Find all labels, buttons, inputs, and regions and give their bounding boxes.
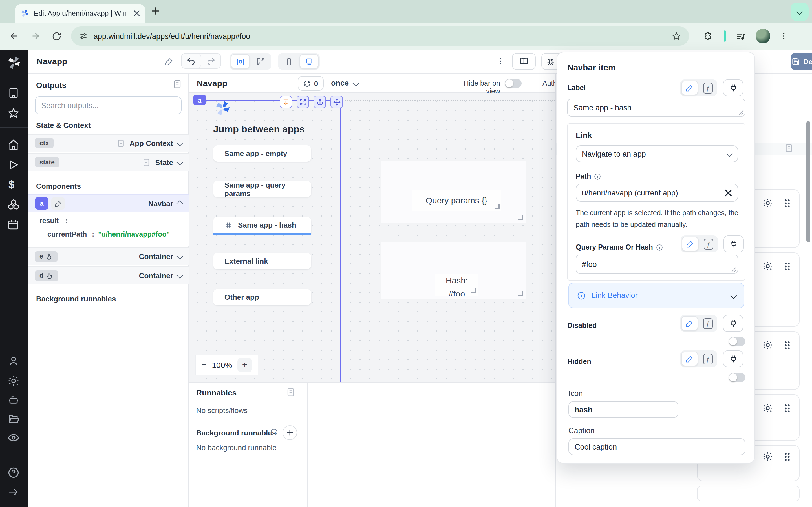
site-settings-icon[interactable] [79,32,88,41]
drag-grip-icon[interactable] [783,261,791,271]
connect-plug-button[interactable] [723,79,743,96]
item-settings-gear-icon[interactable] [762,451,773,462]
fullscreen-handle[interactable] [297,96,309,108]
scrollbar-thumb[interactable] [806,121,810,242]
user-icon[interactable] [7,355,20,367]
empty-row[interactable] [697,486,800,501]
disabled-toggle[interactable] [728,337,746,346]
nav-item-external-link[interactable]: External link [213,253,311,269]
new-tab-button[interactable] [151,7,160,15]
url-text[interactable]: app.windmill.dev/apps/edit/u/henri/navap… [94,32,672,40]
static-pencil-toggle[interactable] [681,316,698,331]
clear-x-icon[interactable] [725,189,732,196]
caption-input[interactable]: Cool caption [568,438,746,455]
ctx-badge[interactable]: ctx [35,138,53,148]
link-kind-select[interactable]: Navigate to an app [576,145,738,162]
output-row-state[interactable]: state State [28,153,189,171]
connect-plug-button[interactable] [723,315,743,332]
result-key[interactable]: result [40,217,59,225]
info-icon[interactable] [656,244,663,251]
link-behavior-toggle[interactable]: Link Behavior [568,283,744,308]
connect-plug-button[interactable] [723,235,744,252]
runnables-doc-icon[interactable] [286,388,296,397]
function-toggle[interactable]: f [699,316,716,331]
url-bar[interactable]: app.windmill.dev/apps/edit/u/henri/navap… [71,26,689,46]
current-path-value[interactable]: "u/henri/navapp#foo" [98,230,170,238]
outputs-doc-icon[interactable] [172,79,182,89]
redo-button[interactable] [201,54,220,68]
docs-book-button[interactable] [512,53,536,70]
bookmark-star-icon[interactable] [672,31,681,41]
resize-corner[interactable] [518,291,523,296]
component-row-navbar[interactable]: a Navbar [28,194,189,212]
add-background-runnable-button[interactable] [283,425,297,440]
expand-down-handle[interactable] [280,96,292,108]
schedules-calendar-icon[interactable] [7,219,19,230]
qph-input[interactable]: #foo [576,255,738,274]
textarea-resize-icon[interactable] [739,110,744,115]
workers-robot-icon[interactable] [7,394,20,406]
item-settings-gear-icon[interactable] [762,198,773,209]
textarea-resize-icon[interactable] [731,267,737,272]
label-input[interactable]: Same app - hash [567,99,746,117]
runs-play-icon[interactable] [7,159,19,171]
drag-grip-icon[interactable] [783,198,791,208]
output-row-ctx[interactable]: ctx App Context [28,134,189,152]
resize-corner[interactable] [471,288,476,293]
help-icon[interactable] [7,466,20,479]
nav-item-same-app-empty[interactable]: Same app - empty [213,145,311,162]
drag-grip-icon[interactable] [783,452,791,462]
schedule-dropdown[interactable]: once [331,79,358,87]
resize-corner[interactable] [518,215,523,220]
folders-icon[interactable] [7,413,20,425]
static-pencil-toggle[interactable] [681,351,698,366]
resources-boxes-icon[interactable] [7,198,20,211]
hide-bar-toggle[interactable] [505,79,522,88]
browser-menu-icon[interactable] [779,32,788,41]
static-pencil-toggle[interactable] [681,80,698,95]
info-icon[interactable] [270,428,278,436]
variables-dollar-icon[interactable]: $ [8,179,14,191]
extensions-icon[interactable] [703,31,713,41]
browser-tab[interactable]: Edit App u/henri/navapp | Win [15,4,146,22]
component-a-badge[interactable]: a [35,197,49,210]
doc-icon[interactable] [784,144,794,153]
anchor-handle[interactable] [313,96,326,108]
drag-grip-icon[interactable] [783,403,791,413]
zoom-out-button[interactable]: − [201,360,207,370]
hash-text-widget[interactable]: Hash: #foo [435,274,478,296]
reload-button[interactable] [52,31,61,41]
current-path-key[interactable]: currentPath [47,230,87,238]
chevron-down-icon[interactable] [177,272,183,279]
function-toggle[interactable]: f [699,80,716,95]
icon-input[interactable]: hash [568,401,678,418]
centered-layout-toggle[interactable] [231,54,250,69]
more-options-kebab-icon[interactable] [496,57,505,65]
home-icon[interactable] [7,138,20,151]
component-tag[interactable]: a [193,95,206,105]
item-settings-gear-icon[interactable] [762,403,773,413]
zoom-in-button[interactable]: + [238,358,252,372]
drag-grip-icon[interactable] [783,340,791,350]
function-toggle[interactable]: f [699,351,716,366]
static-pencil-toggle[interactable] [682,237,699,251]
function-toggle[interactable]: f [700,237,717,251]
connect-plug-button[interactable] [723,350,743,367]
app-canvas[interactable]: a Jump between apps [189,93,555,382]
edit-title-pencil-icon[interactable] [165,57,174,66]
mobile-preview-toggle[interactable] [279,54,298,69]
component-d-badge[interactable]: d [35,270,58,281]
move-handle[interactable] [331,96,343,108]
windmill-logo-icon[interactable] [6,55,22,71]
info-icon[interactable] [594,173,601,180]
rename-pencil-icon[interactable] [51,197,65,210]
undo-button[interactable] [182,54,201,68]
item-settings-gear-icon[interactable] [762,340,773,350]
item-settings-gear-icon[interactable] [762,261,773,272]
component-row-d[interactable]: d Container [28,267,189,284]
audit-eye-icon[interactable] [7,432,20,444]
favorites-star-icon[interactable] [7,107,20,119]
profile-avatar[interactable] [756,29,770,43]
hash-container[interactable]: Hash: #foo [380,242,525,298]
resize-corner[interactable] [495,204,500,209]
